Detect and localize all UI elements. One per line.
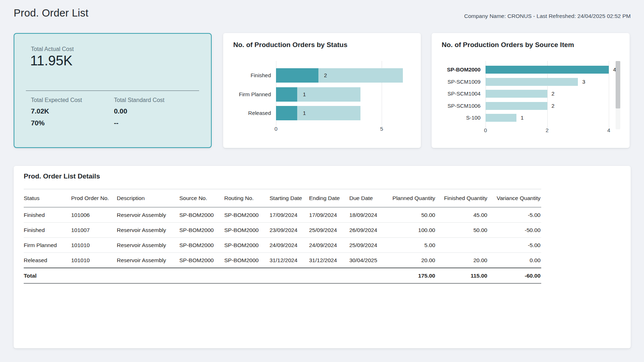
table-total-row: Total175.00115.00-60.00 [24, 268, 541, 283]
kpi-secondary-label: Total Expected Cost [31, 97, 82, 103]
table-cell: SP-BOM2000 [179, 238, 224, 253]
page-title: Prod. Order List [14, 7, 88, 19]
bar[interactable] [486, 114, 516, 122]
bar[interactable] [486, 102, 547, 110]
table-cell: 24/09/2024 [270, 238, 309, 253]
total-cell: 175.00 [387, 268, 436, 283]
column-header[interactable]: Variance Quantity [488, 189, 541, 208]
column-header[interactable]: Source No. [179, 189, 224, 208]
total-cell: -60.00 [488, 268, 541, 283]
table-cell: -5.00 [488, 207, 541, 223]
category-label: SP-SCM1009 [432, 78, 480, 86]
bar[interactable] [276, 87, 297, 102]
table-cell: 18/09/2024 [349, 207, 387, 223]
table-header: StatusProd Order No.DescriptionSource No… [24, 189, 541, 208]
table-cell: 17/09/2024 [270, 207, 309, 223]
table-cell: 26/09/2024 [349, 223, 387, 238]
prod-order-details-card: Prod. Order List Details StatusProd Orde… [14, 166, 631, 348]
chart-scrollbar[interactable] [616, 61, 620, 129]
table-row[interactable]: Finished101007Reservoir AssemblySP-BOM20… [24, 223, 541, 238]
total-cell [309, 268, 349, 283]
kpi-secondary-label: Total Standard Cost [114, 97, 165, 103]
table-cell: 20.00 [436, 253, 488, 268]
table-cell: SP-BOM2000 [224, 253, 270, 268]
axis-tick-label: 2 [546, 127, 548, 133]
table-cell: Reservoir Assembly [117, 253, 179, 268]
company-refresh-info: Company Name: CRONUS - Last Refreshed: 2… [464, 13, 631, 19]
bar-value-label: 2 [324, 68, 327, 83]
table-cell: SP-BOM2000 [224, 207, 270, 223]
table-cell: 101007 [71, 223, 117, 238]
column-header[interactable]: Starting Date [270, 189, 309, 208]
table-cell: SP-BOM2000 [224, 223, 270, 238]
bar-value-label: 3 [582, 78, 585, 86]
kpi-secondary-value: 7.02K [31, 107, 82, 115]
table-cell: Finished [24, 207, 71, 223]
total-cell [117, 268, 179, 283]
category-label: Released [223, 106, 271, 120]
bar-value-label: 2 [552, 90, 555, 98]
table-cell: 17/09/2024 [309, 207, 349, 223]
kpi-card-total-actual-cost: Total Actual Cost 11.95K Total Expected … [14, 33, 212, 148]
total-cell [179, 268, 224, 283]
column-header[interactable]: Status [24, 189, 71, 208]
column-header[interactable]: Prod Order No. [71, 189, 117, 208]
column-header[interactable]: Ending Date [309, 189, 349, 208]
table-cell: SP-BOM2000 [224, 238, 270, 253]
column-header[interactable]: Routing No. [224, 189, 270, 208]
total-cell: 115.00 [436, 268, 488, 283]
column-header[interactable]: Description [117, 189, 179, 208]
total-cell [270, 268, 309, 283]
axis-tick-label: 0 [275, 126, 277, 132]
kpi-primary-label: Total Actual Cost [31, 46, 74, 52]
table-cell: 101006 [71, 207, 117, 223]
total-cell: Total [24, 268, 71, 283]
table-cell: 101010 [71, 253, 117, 268]
table-cell: Reservoir Assembly [117, 223, 179, 238]
bar[interactable] [486, 66, 609, 74]
kpi-standard-cost-block: Total Standard Cost 0.00 -- [114, 97, 165, 127]
dashboard: Prod. Order List Company Name: CRONUS - … [0, 0, 644, 362]
table-row[interactable]: Finished101006Reservoir AssemblySP-BOM20… [24, 207, 541, 223]
divider [26, 90, 199, 91]
chart-orders-by-status: No. of Production Orders by Status 05Fin… [223, 33, 421, 148]
axis-tick-label: 4 [607, 127, 610, 133]
table-cell: -50.00 [488, 223, 541, 238]
table-cell: 25/09/2024 [309, 223, 349, 238]
category-label: SP-SCM1006 [432, 102, 480, 110]
axis-tick-label: 0 [484, 127, 487, 133]
scrollbar-thumb[interactable] [616, 61, 620, 108]
column-header[interactable]: Planned Quantity [387, 189, 436, 208]
column-header[interactable]: Finished Quantity [436, 189, 488, 208]
table-cell: SP-BOM2000 [179, 207, 224, 223]
bar[interactable] [276, 106, 297, 120]
table-cell: SP-BOM2000 [179, 253, 224, 268]
table-cell: Finished [24, 223, 71, 238]
kpi-expected-cost-block: Total Expected Cost 7.02K 70% [31, 97, 82, 127]
table-title: Prod. Order List Details [24, 172, 100, 180]
table-cell: Reservoir Assembly [117, 238, 179, 253]
table-row[interactable]: Released101010Reservoir AssemblySP-BOM20… [24, 253, 541, 268]
table-cell: 31/12/2024 [309, 253, 349, 268]
kpi-secondary-subvalue: 70% [31, 119, 82, 127]
table-cell: -5.00 [488, 238, 541, 253]
table-cell [436, 238, 488, 253]
total-cell [349, 268, 387, 283]
kpi-primary-value: 11.95K [30, 53, 73, 69]
table-cell: 100.00 [387, 223, 436, 238]
axis-tick-label: 5 [380, 126, 383, 132]
bar-value-label: 2 [552, 102, 555, 110]
chart-plot: 05Finished2Firm Planned1Released1 [223, 33, 421, 148]
bar[interactable] [486, 78, 578, 86]
table-cell: 20.00 [387, 253, 436, 268]
bar[interactable] [486, 90, 547, 98]
table-cell: 5.00 [387, 238, 436, 253]
table-cell: 50.00 [387, 207, 436, 223]
gridline [609, 61, 609, 127]
column-header[interactable]: Due Date [349, 189, 387, 208]
table-row[interactable]: Firm Planned101010Reservoir AssemblySP-B… [24, 238, 541, 253]
category-label: SP-BOM2000 [432, 66, 480, 74]
bar[interactable] [276, 68, 318, 83]
bar-value-label: 1 [303, 87, 306, 102]
table-cell: SP-BOM2000 [179, 223, 224, 238]
